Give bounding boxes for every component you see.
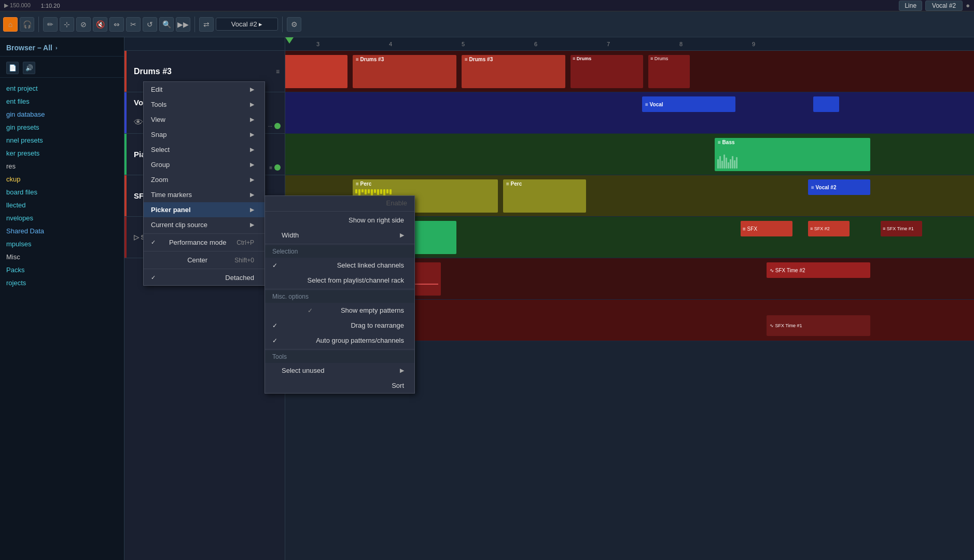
comp-button[interactable]: ▶▶ — [176, 17, 190, 32]
swap-button[interactable]: ⇄ — [199, 17, 214, 32]
second-toolbar: ⌂ 🎧 ✏ ⊹ ⊘ 🔇 ⇔ ✂ ↺ 🔍 ▶▶ ⇄ Vocal #2 ▸ ⚙ — [0, 11, 974, 37]
submenu-section-tools: Tools — [265, 351, 414, 363]
sidebar-item-misc[interactable]: Misc — [0, 250, 124, 263]
track-name-drums: Drums #3 — [130, 67, 172, 76]
submenu-select-linked-channels[interactable]: ✓ Select linked channels — [265, 258, 414, 273]
menu-edit[interactable]: Edit ▶ — [144, 82, 265, 97]
sidebar-item-packs[interactable]: Packs — [0, 263, 124, 276]
left-sidebar: Browser – All › 📄 🔊 ent project ent file… — [0, 37, 124, 560]
sub-separator-4 — [265, 349, 414, 349]
sidebar-item-impulses[interactable]: mpulses — [0, 237, 124, 250]
track-selector[interactable]: Vocal #2 — [925, 1, 963, 11]
submenu-width[interactable]: Width ▶ — [265, 228, 414, 243]
menu-view[interactable]: View ▶ — [144, 112, 265, 127]
settings-button[interactable]: ⚙ — [287, 17, 301, 32]
headphones-button[interactable]: 🎧 — [20, 17, 34, 32]
timeline-cursor — [285, 37, 294, 44]
clip-sfx-1[interactable]: ≡ SFX — [741, 221, 792, 236]
sidebar-item-envelopes[interactable]: nvelopes — [0, 212, 124, 225]
sidebar-item-shared-data[interactable]: Shared Data — [0, 225, 124, 237]
menu-snap[interactable]: Snap ▶ — [144, 127, 265, 142]
slice-button[interactable]: ✂ — [126, 17, 141, 32]
arrow-right-icon: ▶ — [250, 131, 254, 138]
primary-context-menu: Edit ▶ Tools ▶ View ▶ Snap ▶ Select ▶ Gr… — [143, 81, 265, 286]
menu-performance-mode[interactable]: ✓ Performance mode Ctrl+P — [144, 235, 265, 250]
menu-detached[interactable]: ✓ Detached — [144, 270, 265, 285]
sidebar-item-channel-presets[interactable]: nnel presets — [0, 134, 124, 147]
sidebar-header: Browser – All › — [0, 41, 124, 57]
submenu-enable: Enable — [265, 196, 414, 210]
clip-sfxtime-2[interactable]: ∿ SFX Time #2 — [767, 262, 870, 278]
sidebar-item-backup[interactable]: ckup — [0, 173, 124, 186]
menu-select[interactable]: Select ▶ — [144, 142, 265, 157]
sidebar-item-plugin-presets[interactable]: gin presets — [0, 121, 124, 134]
arrow-right-icon: ▶ — [250, 176, 254, 183]
submenu-show-empty-patterns[interactable]: ✓ Show empty patterns — [265, 303, 414, 318]
clip-vocal-2[interactable] — [813, 96, 839, 112]
clip-sfxtime-3[interactable]: ∿ SFX Time #1 — [767, 315, 870, 336]
clip-drums-4[interactable]: ≡ Drums — [571, 55, 643, 88]
sidebar-icon-speaker[interactable]: 🔊 — [23, 62, 35, 74]
sidebar-item-scores[interactable]: res — [0, 160, 124, 173]
submenu-section-selection: Selection — [265, 245, 414, 258]
submenu-show-on-right-side[interactable]: Show on right side — [265, 213, 414, 228]
submenu-select-unused[interactable]: Select unused ▶ — [265, 363, 414, 378]
menu-current-clip-source[interactable]: Current clip source ▶ — [144, 217, 265, 232]
menu-tools[interactable]: Tools ▶ — [144, 97, 265, 112]
submenu-auto-group[interactable]: ✓ Auto group patterns/channels — [265, 333, 414, 348]
sidebar-icon-doc[interactable]: 📄 — [6, 62, 19, 74]
menu-zoom[interactable]: Zoom ▶ — [144, 172, 265, 187]
select-button[interactable]: ⊹ — [60, 17, 74, 32]
arrow-right-icon: ▶ — [250, 161, 254, 168]
clip-drums-2[interactable]: ≡ Drums #3 — [353, 55, 456, 88]
arrow-right-icon: ▶ — [250, 206, 254, 213]
home-button[interactable]: ⌂ — [3, 17, 18, 32]
sidebar-title: Browser – All — [6, 44, 52, 52]
top-menu-item[interactable]: ▶ 150.000 — [4, 2, 31, 9]
sidebar-item-projects[interactable]: rojects — [0, 276, 124, 289]
check-icon: ✓ — [151, 274, 156, 281]
clip-sfx-2[interactable]: ≡ SFX #2 — [808, 221, 850, 236]
check-icon: ✓ — [272, 262, 277, 269]
drums-icon1: ≡ — [276, 68, 280, 75]
slip-button[interactable]: ⇔ — [109, 17, 124, 32]
loop-button[interactable]: ↺ — [143, 17, 157, 32]
eraser-button[interactable]: ⊘ — [76, 17, 91, 32]
clip-vocal-1[interactable]: ≡ Vocal — [642, 96, 735, 112]
picker-panel-submenu: Enable Show on right side Width ▶ Select… — [265, 195, 415, 394]
mute-button[interactable]: 🔇 — [93, 17, 107, 32]
menu-time-markers[interactable]: Time markers ▶ — [144, 187, 265, 202]
clip-drums-5[interactable]: ≡ Drums — [648, 55, 690, 88]
separator-2 — [144, 251, 265, 251]
sidebar-item-collected[interactable]: llected — [0, 199, 124, 212]
zoom-button[interactable]: 🔍 — [159, 17, 174, 32]
menu-center[interactable]: Center Shift+0 — [144, 253, 265, 268]
menu-picker-panel[interactable]: Picker panel ▶ — [144, 202, 265, 217]
sidebar-item-current-project[interactable]: ent project — [0, 82, 124, 95]
separator-1 — [144, 233, 265, 234]
submenu-drag-to-rearrange[interactable]: ✓ Drag to rearrange — [265, 318, 414, 333]
clip-vocal2[interactable]: ≡ Vocal #2 — [808, 179, 870, 195]
sub-separator-2 — [265, 244, 414, 244]
clip-drums-3[interactable]: ≡ Drums #3 — [462, 55, 565, 88]
submenu-sort[interactable]: Sort — [265, 378, 414, 393]
sidebar-item-clipboard[interactable]: board files — [0, 186, 124, 199]
top-toolbar: ▶ 150.000 1:10.20 Line Vocal #2 ● — [0, 0, 974, 11]
mode-selector[interactable]: Line — [899, 1, 922, 11]
menu-group[interactable]: Group ▶ — [144, 157, 265, 172]
position-display: 1:10.20 — [41, 3, 60, 9]
sub-separator-1 — [265, 211, 414, 212]
sidebar-item-current-files[interactable]: ent files — [0, 95, 124, 108]
pencil-button[interactable]: ✏ — [43, 17, 58, 32]
arrow-right-icon: ▶ — [250, 86, 254, 93]
clip-bass[interactable]: ≡ Bass — [715, 138, 870, 171]
main-layout: Browser – All › 📄 🔊 ent project ent file… — [0, 37, 974, 560]
record-icon: ● — [966, 2, 970, 9]
sidebar-item-plugin-database[interactable]: gin database — [0, 108, 124, 121]
clip-sfxtime[interactable]: ≡ SFX Time #1 — [881, 221, 922, 236]
arrow-right-icon: ▶ — [250, 191, 254, 198]
submenu-select-from-playlist[interactable]: Select from playlist/channel rack — [265, 273, 414, 288]
clip-perc-2[interactable]: ≡ Perc — [503, 179, 586, 213]
sidebar-item-mixer-presets[interactable]: ker presets — [0, 147, 124, 160]
sidebar-icon-row: 📄 🔊 — [0, 59, 124, 78]
